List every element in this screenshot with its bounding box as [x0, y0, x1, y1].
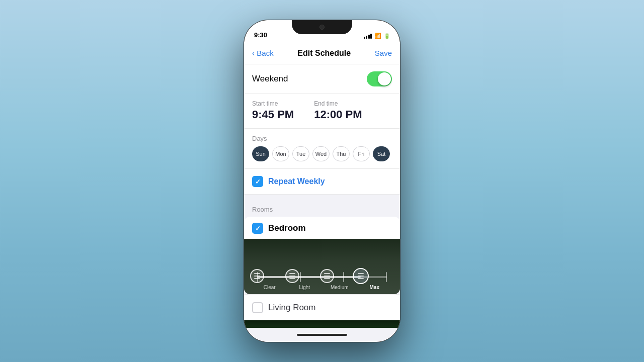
living-room-name: Living Room: [268, 303, 316, 313]
day-chip-sun[interactable]: Sun: [252, 146, 269, 161]
scroll-content: Weekend Start time 9:45 PM End time 12:0…: [244, 64, 400, 328]
checkmark-icon: ✓: [255, 178, 261, 186]
schedule-name-label: Weekend: [252, 74, 288, 84]
screen: ‹ Back Edit Schedule Save Weekend: [244, 42, 400, 342]
slider-label-light: Light: [287, 285, 323, 290]
day-chip-fri[interactable]: Fri: [353, 146, 370, 161]
wifi-icon: 📶: [374, 33, 381, 39]
days-row: SunMonTueWedThuFriSat: [252, 146, 392, 161]
slider-labels: Clear Light Medium Max: [252, 285, 392, 290]
back-button[interactable]: ‹ Back: [252, 49, 274, 58]
bedroom-header: ✓ Bedroom: [244, 217, 400, 239]
signal-icon: [364, 34, 372, 39]
rooms-label: Rooms: [252, 206, 273, 213]
toggle-knob: [378, 72, 391, 85]
status-time: 9:30: [254, 31, 267, 39]
repeat-weekly-label: Repeat Weekly: [268, 177, 325, 186]
start-time-label: Start time: [252, 100, 294, 107]
weekend-toggle[interactable]: [367, 71, 392, 86]
home-bar: [297, 334, 347, 336]
days-section: Days SunMonTueWedThuFriSat: [244, 129, 400, 169]
bedroom-checkbox[interactable]: ✓: [252, 223, 263, 234]
day-chip-wed[interactable]: Wed: [312, 146, 330, 161]
battery-icon: 🔋: [384, 33, 390, 39]
phone-notch: [292, 20, 352, 34]
slider-label-clear: Clear: [252, 285, 287, 290]
day-chip-mon[interactable]: Mon: [272, 146, 289, 161]
phone: 9:30 📶 🔋 ‹ Back Edit Schedule: [244, 20, 400, 342]
thumb-lines: [254, 273, 260, 279]
day-chip-sat[interactable]: Sat: [373, 146, 390, 161]
back-label: Back: [257, 49, 273, 57]
slider-label-medium: Medium: [322, 285, 357, 290]
bedroom-name: Bedroom: [268, 223, 306, 233]
slider-label-max: Max: [357, 285, 392, 290]
days-label: Days: [252, 135, 392, 142]
slider-thumb-medium[interactable]: [320, 269, 334, 283]
start-time-group[interactable]: Start time 9:45 PM: [252, 100, 294, 121]
start-time-value: 9:45 PM: [252, 108, 294, 121]
home-indicator: [244, 328, 400, 342]
slider-thumb-max[interactable]: [353, 268, 369, 284]
thumb-lines-light: [289, 273, 295, 279]
rooms-header: Rooms: [244, 199, 400, 217]
day-chip-thu[interactable]: Thu: [333, 146, 350, 161]
thumb-lines-medium: [324, 273, 330, 279]
bedroom-card: ✓ Bedroom: [244, 217, 400, 294]
nav-title: Edit Schedule: [297, 49, 351, 58]
end-time-value: 12:00 PM: [314, 108, 362, 121]
slider-track-container: [252, 276, 392, 278]
save-button[interactable]: Save: [375, 49, 392, 57]
bedroom-checkmark-icon: ✓: [255, 225, 261, 232]
nav-bar: ‹ Back Edit Schedule Save: [244, 42, 400, 64]
living-room-checkbox[interactable]: [252, 302, 263, 313]
slider-track: [257, 276, 387, 278]
slider-thumb-light[interactable]: [285, 269, 299, 283]
repeat-weekly-checkbox[interactable]: ✓: [252, 176, 263, 187]
repeat-weekly-row[interactable]: ✓ Repeat Weekly: [244, 169, 400, 195]
end-time-group[interactable]: End time 12:00 PM: [314, 100, 362, 121]
slider-thumb-clear[interactable]: [250, 269, 264, 283]
end-time-label: End time: [314, 100, 362, 107]
living-room-preview: [244, 320, 400, 328]
status-icons: 📶 🔋: [364, 33, 390, 39]
phone-frame: 9:30 📶 🔋 ‹ Back Edit Schedule: [244, 20, 400, 342]
room-divider: [244, 294, 400, 295]
thumb-lines-max: [358, 273, 364, 279]
front-camera: [319, 25, 325, 30]
bedroom-slider-area: Clear Light Medium Max: [244, 239, 400, 294]
weekend-row: Weekend: [244, 64, 400, 94]
gap: [244, 195, 400, 199]
time-section: Start time 9:45 PM End time 12:00 PM: [244, 94, 400, 129]
day-chip-tue[interactable]: Tue: [292, 146, 309, 161]
living-room-row: Living Room: [244, 295, 400, 320]
chevron-left-icon: ‹: [252, 49, 255, 58]
